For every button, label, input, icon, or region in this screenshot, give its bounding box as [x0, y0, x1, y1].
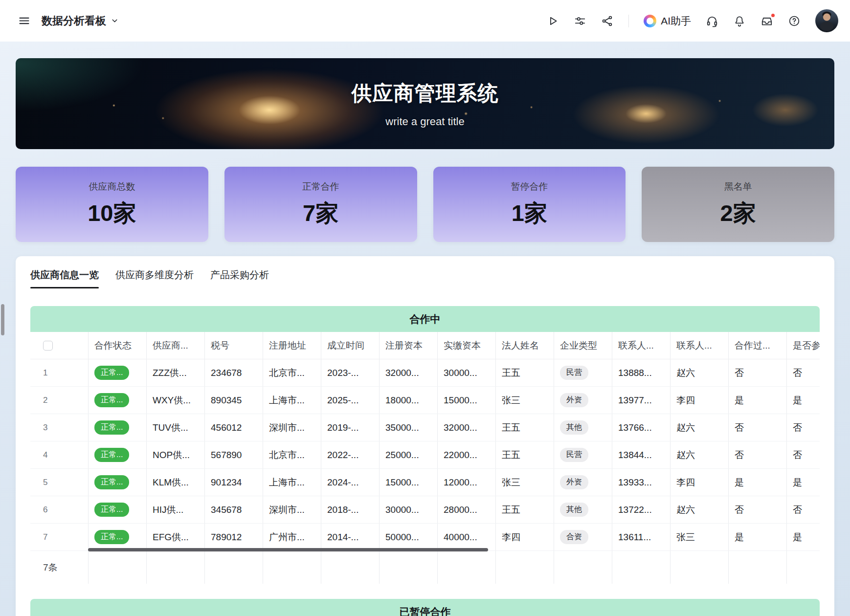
- table-row[interactable]: 2正常...WXY供...890345上海市...2025-...18000..…: [30, 387, 820, 414]
- table-cell[interactable]: 13933...: [612, 469, 670, 496]
- table-cell[interactable]: ZZZ供...: [146, 359, 204, 386]
- table-cell[interactable]: 901234: [204, 469, 263, 496]
- table-cell[interactable]: 13611...: [612, 524, 670, 550]
- tab-supplier-analysis[interactable]: 供应商多维度分析: [115, 269, 194, 288]
- table-cell[interactable]: 张三: [495, 387, 554, 414]
- select-all-checkbox[interactable]: [43, 341, 53, 351]
- table-cell[interactable]: 其他: [554, 414, 612, 441]
- table-cell[interactable]: 否: [728, 496, 786, 523]
- table-cell[interactable]: 是: [786, 469, 820, 496]
- table-cell[interactable]: 2022-...: [321, 441, 379, 468]
- table-cell[interactable]: 40000...: [437, 524, 495, 550]
- table-cell[interactable]: 上海市...: [263, 469, 321, 496]
- table-cell[interactable]: 否: [786, 496, 820, 523]
- table-cell[interactable]: 15000...: [437, 387, 495, 414]
- filter-settings-button[interactable]: [574, 15, 586, 27]
- table-cell[interactable]: 是: [728, 387, 786, 414]
- table-cell[interactable]: 2024-...: [321, 469, 379, 496]
- table-cell[interactable]: 广州市...: [263, 524, 321, 550]
- table-cell[interactable]: TUV供...: [146, 414, 204, 441]
- column-header-1[interactable]: 供应商...: [146, 332, 204, 359]
- table-cell[interactable]: 345678: [204, 496, 263, 523]
- stat-card-blacklist[interactable]: 黑名单 2家: [642, 167, 834, 242]
- table-cell[interactable]: 赵六: [670, 496, 728, 523]
- table-cell[interactable]: 13977...: [612, 387, 670, 414]
- column-header-3[interactable]: 注册地址: [263, 332, 321, 359]
- tab-supplier-overview[interactable]: 供应商信息一览: [30, 269, 99, 288]
- table-cell[interactable]: 是: [728, 524, 786, 550]
- table-cell[interactable]: 是: [786, 387, 820, 414]
- table-row[interactable]: 7正常...EFG供...789012广州市...2014-...50000..…: [30, 524, 820, 551]
- table-cell[interactable]: 25000...: [379, 441, 437, 468]
- table-cell[interactable]: 民营: [554, 359, 612, 386]
- table-cell[interactable]: 外资: [554, 387, 612, 414]
- table-cell[interactable]: 王五: [495, 441, 554, 468]
- table-cell[interactable]: WXY供...: [146, 387, 204, 414]
- column-header-5[interactable]: 注册资本: [379, 332, 437, 359]
- table-cell[interactable]: 22000...: [437, 441, 495, 468]
- table-cell[interactable]: 否: [728, 359, 786, 386]
- table-cell[interactable]: 李四: [495, 524, 554, 550]
- table-cell[interactable]: 北京市...: [263, 359, 321, 386]
- table-cell[interactable]: 赵六: [670, 359, 728, 386]
- stat-card-paused-cooperation[interactable]: 暂停合作 1家: [433, 167, 626, 242]
- table-cell[interactable]: 民营: [554, 441, 612, 468]
- table-cell[interactable]: 12000...: [437, 469, 495, 496]
- support-button[interactable]: [706, 15, 718, 27]
- table-cell[interactable]: 是: [728, 469, 786, 496]
- table-cell[interactable]: 深圳市...: [263, 414, 321, 441]
- menu-button[interactable]: [18, 14, 31, 27]
- table-row[interactable]: 4正常...NOP供...567890北京市...2022-...25000..…: [30, 441, 820, 469]
- column-header-10[interactable]: 联系人...: [670, 332, 728, 359]
- table-cell[interactable]: 15000...: [379, 469, 437, 496]
- table-cell[interactable]: KLM供...: [146, 469, 204, 496]
- table-cell[interactable]: 234678: [204, 359, 263, 386]
- table-cell[interactable]: 13844...: [612, 441, 670, 468]
- table-cell[interactable]: 2018-...: [321, 496, 379, 523]
- ai-assistant-button[interactable]: AI助手: [644, 14, 691, 28]
- table-cell[interactable]: 2025-...: [321, 387, 379, 414]
- help-button[interactable]: [788, 15, 801, 27]
- table-cell[interactable]: 王五: [495, 496, 554, 523]
- column-header-4[interactable]: 成立时间: [321, 332, 379, 359]
- inbox-button[interactable]: [761, 15, 773, 27]
- table-cell[interactable]: 35000...: [379, 414, 437, 441]
- table-cell[interactable]: 正常...: [88, 496, 146, 523]
- table-cell[interactable]: 合资: [554, 524, 612, 550]
- stat-card-total-suppliers[interactable]: 供应商总数 10家: [16, 167, 208, 242]
- column-header-12[interactable]: 是否参: [786, 332, 820, 359]
- table-cell[interactable]: 正常...: [88, 469, 146, 496]
- tab-procurement-analysis[interactable]: 产品采购分析: [210, 269, 269, 288]
- column-header-9[interactable]: 联系人...: [612, 332, 670, 359]
- table-cell[interactable]: 李四: [670, 387, 728, 414]
- table-cell[interactable]: 赵六: [670, 414, 728, 441]
- column-header-2[interactable]: 税号: [204, 332, 263, 359]
- table-cell[interactable]: 50000...: [379, 524, 437, 550]
- table-cell[interactable]: 13766...: [612, 414, 670, 441]
- table-cell[interactable]: 456012: [204, 414, 263, 441]
- table-cell[interactable]: 张三: [670, 524, 728, 550]
- column-header-8[interactable]: 企业类型: [554, 332, 612, 359]
- table-cell[interactable]: HIJ供...: [146, 496, 204, 523]
- table-row[interactable]: 5正常...KLM供...901234上海市...2024-...15000..…: [30, 469, 820, 496]
- table-cell[interactable]: 正常...: [88, 414, 146, 441]
- table-cell[interactable]: 567890: [204, 441, 263, 468]
- title-dropdown[interactable]: [111, 17, 119, 25]
- table-cell[interactable]: 32000...: [437, 414, 495, 441]
- table-cell[interactable]: 2014-...: [321, 524, 379, 550]
- table-cell[interactable]: 其他: [554, 496, 612, 523]
- table-row[interactable]: 1正常...ZZZ供...234678北京市...2023-...32000..…: [30, 359, 820, 387]
- table-cell[interactable]: 王五: [495, 414, 554, 441]
- table-cell[interactable]: 13888...: [612, 359, 670, 386]
- stat-card-normal-cooperation[interactable]: 正常合作 7家: [224, 167, 417, 242]
- vertical-scrollbar[interactable]: [1, 304, 4, 335]
- table-cell[interactable]: 上海市...: [263, 387, 321, 414]
- column-header-7[interactable]: 法人姓名: [495, 332, 554, 359]
- table-row[interactable]: 3正常...TUV供...456012深圳市...2019-...35000..…: [30, 414, 820, 441]
- table-cell[interactable]: 正常...: [88, 441, 146, 468]
- table-cell[interactable]: 正常...: [88, 524, 146, 550]
- table-cell[interactable]: 2023-...: [321, 359, 379, 386]
- table-cell[interactable]: 张三: [495, 469, 554, 496]
- table-cell[interactable]: 否: [786, 414, 820, 441]
- table-cell[interactable]: 否: [786, 441, 820, 468]
